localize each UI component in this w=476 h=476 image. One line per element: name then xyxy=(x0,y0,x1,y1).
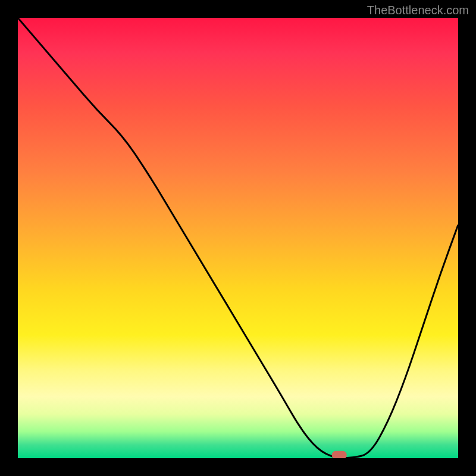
plot-area xyxy=(18,18,458,458)
chart-svg xyxy=(18,18,458,458)
curve-line xyxy=(18,18,458,458)
watermark-text: TheBottleneck.com xyxy=(367,4,469,17)
minimum-marker xyxy=(332,451,346,458)
